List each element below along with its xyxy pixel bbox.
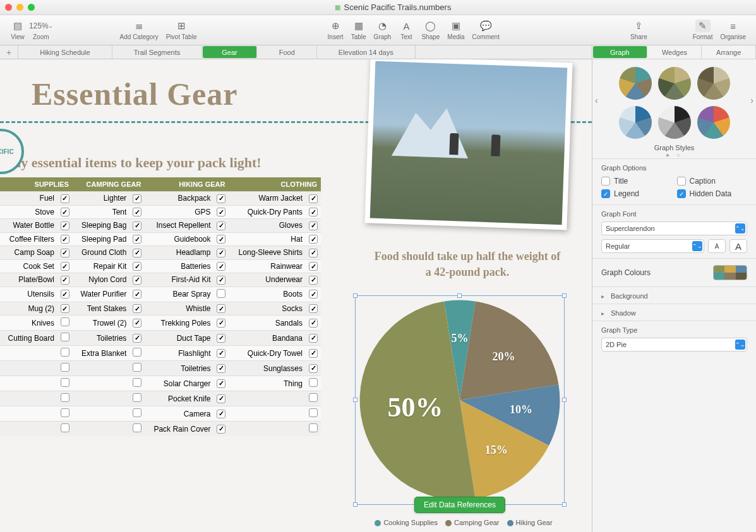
table-cell[interactable]: Whistle: [145, 302, 213, 316]
table-checkbox-cell[interactable]: ✓: [306, 273, 321, 287]
table-checkbox-cell[interactable]: ✓: [306, 302, 321, 316]
table-checkbox-cell[interactable]: ✓: [129, 232, 145, 246]
table-cell[interactable]: Underwear: [229, 273, 306, 287]
table-cell[interactable]: Gloves: [229, 219, 306, 233]
resize-handle[interactable]: [353, 293, 357, 298]
checkbox[interactable]: ✓: [309, 290, 318, 299]
table-cell[interactable]: Quick-Dry Towel: [229, 346, 306, 361]
zoom-select[interactable]: 125% ⌄Zoom: [33, 20, 49, 40]
table-row[interactable]: Fuel✓Lighter✓Backpack✓Warm Jacket✓: [0, 192, 321, 206]
table-checkbox-cell[interactable]: ✓: [213, 192, 229, 206]
table-cell[interactable]: Repair Kit: [73, 259, 129, 273]
table-cell[interactable]: [0, 391, 57, 406]
inspector-tab[interactable]: Graph: [593, 46, 647, 58]
pie-chart-selected[interactable]: 5%20%10%15%50% Edit Data References: [355, 295, 565, 505]
resize-handle[interactable]: [562, 398, 567, 402]
table-cell[interactable]: First-Aid Kit: [145, 273, 213, 287]
table-checkbox-cell[interactable]: [129, 406, 145, 422]
table-checkbox-cell[interactable]: ✓: [213, 316, 229, 331]
view-menu[interactable]: ▤View: [10, 20, 25, 40]
table-cell[interactable]: Hat: [229, 232, 306, 246]
checkbox[interactable]: [61, 317, 69, 326]
table-checkbox-cell[interactable]: ✓: [57, 273, 73, 287]
table-cell[interactable]: [0, 422, 57, 437]
table-cell[interactable]: [0, 406, 57, 422]
table-cell[interactable]: Nylon Cord: [73, 273, 129, 287]
table-cell[interactable]: Lighter: [73, 192, 129, 206]
shadow-disclosure[interactable]: ▸Shadow: [592, 304, 756, 321]
font-family-select[interactable]: Superclarendon⌃⌄: [601, 222, 747, 235]
legend-checkbox[interactable]: ✓Legend: [601, 188, 672, 199]
table-cell[interactable]: Rainwear: [229, 259, 306, 273]
table-checkbox-cell[interactable]: [57, 316, 73, 331]
table-cell[interactable]: Camp Soap: [0, 246, 57, 260]
table-checkbox-cell[interactable]: [57, 376, 73, 391]
checkbox[interactable]: ✓: [61, 222, 69, 230]
pie-chart[interactable]: [356, 296, 564, 504]
checkbox[interactable]: ✓: [309, 319, 318, 328]
table-cell[interactable]: Batteries: [145, 259, 213, 273]
table-cell[interactable]: Knives: [0, 316, 57, 331]
table-cell[interactable]: Cutting Board: [0, 331, 57, 346]
table-checkbox-cell[interactable]: ✓: [57, 246, 73, 260]
table-checkbox-cell[interactable]: [129, 361, 145, 376]
table-cell[interactable]: Sandals: [229, 316, 306, 331]
format-button[interactable]: ✎Format: [693, 20, 713, 40]
table-cell[interactable]: Bandana: [229, 331, 306, 346]
checkbox[interactable]: ✓: [217, 379, 225, 388]
styles-pagination[interactable]: ● ○: [592, 151, 756, 158]
table-checkbox-cell[interactable]: ✓: [57, 205, 73, 219]
inspector-tab[interactable]: Wedges: [648, 45, 702, 59]
table-checkbox-cell[interactable]: ✓: [129, 331, 145, 346]
table-row[interactable]: Plate/Bowl✓Nylon Cord✓First-Aid Kit✓Unde…: [0, 273, 321, 287]
checkbox[interactable]: ✓: [61, 304, 69, 313]
checkbox[interactable]: [61, 423, 69, 432]
checkbox[interactable]: [309, 408, 318, 417]
table-row[interactable]: Cutting BoardToiletries✓Duct Tape✓Bandan…: [0, 331, 321, 346]
table-cell[interactable]: [73, 391, 129, 406]
table-checkbox-cell[interactable]: ✓: [213, 302, 229, 316]
table-cell[interactable]: Flashlight: [145, 346, 213, 361]
table-checkbox-cell[interactable]: ✓: [213, 376, 229, 391]
table-cell[interactable]: Coffee Filters: [0, 232, 57, 246]
checkbox[interactable]: ✓: [309, 334, 318, 343]
checkbox[interactable]: ✓: [217, 276, 225, 285]
checkbox[interactable]: ✓: [133, 304, 141, 313]
checkbox[interactable]: ✓: [309, 262, 318, 271]
table-cell[interactable]: [73, 361, 129, 376]
resize-handle[interactable]: [562, 293, 567, 298]
table-checkbox-cell[interactable]: ✓: [57, 232, 73, 246]
checkbox[interactable]: ✓: [133, 290, 141, 299]
table-cell[interactable]: [73, 422, 129, 437]
table-cell[interactable]: [229, 406, 306, 422]
checkbox[interactable]: [133, 393, 141, 402]
table-checkbox-cell[interactable]: ✓: [306, 316, 321, 331]
checkbox[interactable]: ✓: [309, 349, 318, 358]
add-sheet-button[interactable]: +: [0, 45, 18, 59]
checkbox[interactable]: ✓: [61, 262, 69, 271]
checkbox[interactable]: ✓: [217, 410, 225, 418]
table-checkbox-cell[interactable]: [306, 391, 321, 406]
checkbox[interactable]: ✓: [217, 249, 225, 257]
table-checkbox-cell[interactable]: ✓: [306, 219, 321, 233]
table-cell[interactable]: [229, 422, 306, 437]
table-checkbox-cell[interactable]: ✓: [129, 219, 145, 233]
table-checkbox-cell[interactable]: [57, 331, 73, 346]
document-canvas[interactable]: PACIFIC Essential Gear only essential it…: [0, 59, 592, 532]
table-cell[interactable]: [229, 391, 306, 406]
table-header[interactable]: CAMPING GEAR: [73, 177, 145, 192]
text-button[interactable]: AText: [399, 20, 414, 40]
checkbox[interactable]: ✓: [217, 208, 225, 216]
table-cell[interactable]: Sunglasses: [229, 361, 306, 376]
font-smaller-button[interactable]: A: [708, 239, 726, 253]
close-window-button[interactable]: [5, 4, 12, 11]
hidden-data-checkbox[interactable]: ✓Hidden Data: [677, 188, 748, 199]
checkbox[interactable]: [217, 289, 225, 298]
table-row[interactable]: Cook Set✓Repair Kit✓Batteries✓Rainwear✓: [0, 259, 321, 273]
checkbox[interactable]: ✓: [217, 235, 225, 244]
table-checkbox-cell[interactable]: ✓: [306, 287, 321, 302]
graph-style-thumb[interactable]: [619, 67, 652, 100]
checkbox[interactable]: ✓: [133, 194, 141, 203]
add-category-button[interactable]: ≣Add Category: [120, 20, 159, 40]
table-cell[interactable]: Sleeping Pad: [73, 232, 129, 246]
